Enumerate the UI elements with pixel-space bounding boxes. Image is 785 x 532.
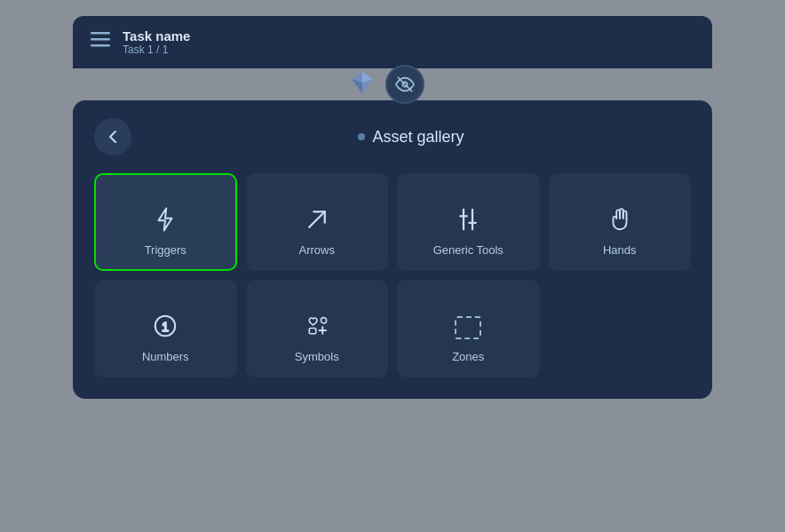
- grid-item-numbers[interactable]: 1 Numbers: [94, 280, 237, 377]
- zones-dashed-icon: [455, 316, 481, 339]
- grid-item-hands[interactable]: Hands: [549, 173, 692, 271]
- hands-label: Hands: [603, 243, 637, 257]
- zones-label: Zones: [452, 350, 484, 363]
- arrow-diagonal-icon: [304, 206, 330, 233]
- task-bar: Task name Task 1 / 1: [73, 16, 712, 68]
- svg-line-8: [309, 211, 325, 227]
- symbols-icon: [304, 313, 330, 339]
- svg-rect-0: [91, 32, 110, 35]
- gallery-panel: Asset gallery Triggers Arrows: [73, 100, 712, 399]
- tools-icon: [455, 206, 481, 233]
- gallery-title-area: Asset gallery: [131, 128, 691, 147]
- task-info: Task name Task 1 / 1: [123, 28, 190, 56]
- svg-point-17: [321, 318, 326, 323]
- gallery-dot: [358, 133, 365, 140]
- eye-button[interactable]: [385, 65, 424, 104]
- task-progress: Task 1 / 1: [123, 44, 190, 56]
- gallery-title: Asset gallery: [372, 128, 464, 147]
- gallery-header: Asset gallery: [94, 118, 691, 155]
- grid-row-2: 1 Numbers Symbols: [94, 280, 691, 377]
- grid-row-1: Triggers Arrows: [94, 173, 691, 271]
- arrows-label: Arrows: [299, 243, 335, 257]
- lightning-icon: [152, 206, 178, 233]
- svg-rect-2: [91, 44, 110, 47]
- grid-item-generic-tools[interactable]: Generic Tools: [397, 173, 540, 271]
- connector-area: [73, 68, 712, 100]
- grid-item-triggers[interactable]: Triggers: [94, 173, 237, 271]
- generic-tools-label: Generic Tools: [433, 243, 504, 257]
- task-name: Task name: [123, 28, 190, 44]
- numbers-label: Numbers: [142, 350, 189, 363]
- svg-rect-18: [309, 329, 316, 334]
- back-button[interactable]: [94, 118, 131, 155]
- grid-item-symbols[interactable]: Symbols: [246, 280, 389, 377]
- grid-item-arrows[interactable]: Arrows: [246, 173, 389, 271]
- grid-item-empty: [549, 280, 692, 377]
- hand-pointer-icon: [607, 206, 633, 233]
- svg-rect-1: [91, 38, 110, 41]
- triggers-label: Triggers: [145, 243, 186, 257]
- grid-item-zones[interactable]: Zones: [397, 280, 540, 377]
- symbols-label: Symbols: [295, 350, 339, 363]
- circle-one-icon: 1: [152, 313, 178, 339]
- list-icon: [91, 32, 110, 52]
- svg-text:1: 1: [162, 321, 169, 334]
- gem-icon: [348, 70, 377, 95]
